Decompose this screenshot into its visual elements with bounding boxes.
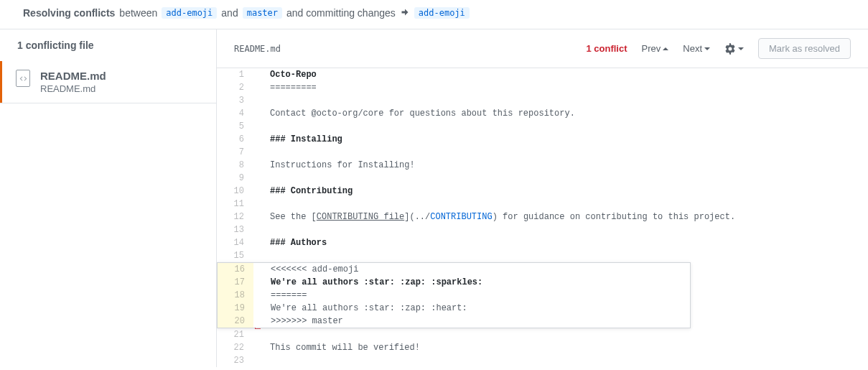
code-line: 19We're all authors :star: :zap: :heart: (218, 302, 690, 315)
line-content: ### Installing (253, 133, 868, 146)
line-number: 21 (217, 328, 253, 341)
code-line: 14### Authors (217, 236, 868, 249)
branch-result[interactable]: add-emoji (414, 7, 470, 19)
mark-resolved-button[interactable]: Mark as resolved (758, 38, 851, 59)
prev-button[interactable]: Prev (642, 43, 669, 54)
code-line: 18======= (218, 289, 690, 302)
header-between: between (119, 7, 157, 19)
code-line: 8Instructions for Installing! (217, 159, 868, 172)
code-line: 4Contact @octo-org/core for questions ab… (217, 107, 868, 120)
code-line: 23 (217, 354, 868, 367)
next-button[interactable]: Next (683, 43, 710, 54)
line-number: 12 (217, 211, 253, 223)
sidebar-count: 1 conflicting file (0, 29, 216, 61)
line-number: 10 (217, 185, 253, 198)
line-content (253, 94, 868, 107)
header-committing: and committing changes (286, 7, 396, 19)
line-content (253, 223, 868, 236)
code-line: 10### Contributing (217, 185, 868, 198)
editor-pane: README.md 1 conflict Prev Next Mark as r… (217, 29, 868, 367)
code-line: 7 (217, 146, 868, 159)
toolbar-right: 1 conflict Prev Next Mark as resolved (586, 38, 851, 59)
line-content: ### Contributing (253, 185, 868, 198)
line-content: ### Authors (253, 236, 868, 249)
line-content (253, 354, 868, 367)
line-number: 18 (218, 289, 253, 302)
code-line: 12See the [CONTRIBUTING file](../CONTRIB… (217, 211, 868, 223)
code-line: 21 (217, 328, 868, 341)
line-content (253, 120, 868, 133)
line-number: 19 (218, 302, 253, 315)
line-number: 3 (217, 94, 253, 107)
line-content: This commit will be verified! (253, 341, 868, 354)
line-content: >>>>>>> master (253, 315, 690, 328)
line-content (253, 249, 868, 262)
code-line: 13 (217, 223, 868, 236)
line-content: We're all authors :star: :zap: :heart: (253, 302, 690, 315)
line-number: 20 (218, 315, 253, 328)
line-content (253, 328, 868, 341)
line-number: 4 (217, 107, 253, 120)
line-number: 6 (217, 133, 253, 146)
line-content (253, 198, 868, 211)
line-number: 17 (218, 276, 253, 289)
chevron-up-icon (663, 46, 668, 52)
next-label: Next (683, 43, 702, 54)
line-content: Instructions for Installing! (253, 159, 868, 172)
line-number: 7 (217, 146, 253, 159)
editor-toolbar: README.md 1 conflict Prev Next Mark as r… (217, 29, 868, 68)
line-content: Octo-Repo (253, 68, 868, 81)
sidebar-file-item[interactable]: README.md README.md (0, 61, 216, 103)
header-title: Resolving conflicts (23, 7, 115, 19)
line-number: 1 (217, 68, 253, 81)
main-area: 1 conflicting file README.md README.md R… (0, 29, 868, 367)
line-number: 11 (217, 198, 253, 211)
code-line: 16<<<<<<< add-emoji (218, 263, 690, 276)
code-line: 2========= (217, 81, 868, 94)
line-number: 13 (217, 223, 253, 236)
code-line: 15 (217, 249, 868, 262)
line-number: 16 (218, 263, 253, 276)
conflict-block: 16<<<<<<< add-emoji17We're all authors :… (217, 262, 691, 328)
gear-icon (724, 43, 736, 55)
code-line: 5 (217, 120, 868, 133)
arrow-right-icon (400, 7, 410, 19)
code-line: 3 (217, 94, 868, 107)
merge-header: Resolving conflicts between add-emoji an… (0, 0, 868, 29)
code-line: 17We're all authors :star: :zap: :sparkl… (218, 276, 690, 289)
code-line: 11 (217, 198, 868, 211)
code-file-icon (16, 70, 30, 87)
file-secondary-name: README.md (40, 83, 106, 94)
code-line: 9 (217, 172, 868, 185)
prev-label: Prev (642, 43, 661, 54)
chevron-down-icon (704, 46, 710, 52)
line-number: 22 (217, 341, 253, 354)
line-content: <<<<<<< add-emoji (253, 263, 690, 276)
code-line: 20>>>>>>> master (218, 315, 690, 328)
branch-source[interactable]: add-emoji (162, 7, 217, 19)
line-number: 9 (217, 172, 253, 185)
line-number: 15 (217, 249, 253, 262)
line-content: See the [CONTRIBUTING file](../CONTRIBUT… (253, 211, 868, 223)
code-line: 22This commit will be verified! (217, 341, 868, 354)
line-content: ========= (253, 81, 868, 94)
line-content (253, 146, 868, 159)
line-number: 23 (217, 354, 253, 367)
line-content: ======= (253, 289, 690, 302)
line-number: 14 (217, 236, 253, 249)
line-number: 5 (217, 120, 253, 133)
file-names: README.md README.md (40, 70, 106, 94)
line-content: We're all authors :star: :zap: :sparkles… (253, 276, 690, 289)
settings-menu[interactable] (724, 43, 744, 55)
file-primary-name: README.md (40, 70, 106, 82)
editor-filename: README.md (234, 44, 281, 54)
code-line: 6### Installing (217, 133, 868, 146)
code-editor[interactable]: 1Octo-Repo2=========34Contact @octo-org/… (217, 68, 868, 367)
header-and: and (221, 7, 238, 19)
code-line: 1Octo-Repo (217, 68, 868, 81)
line-number: 8 (217, 159, 253, 172)
line-content: Contact @octo-org/core for questions abo… (253, 107, 868, 120)
line-content (253, 172, 868, 185)
branch-target[interactable]: master (243, 7, 282, 19)
chevron-down-icon (738, 46, 744, 52)
